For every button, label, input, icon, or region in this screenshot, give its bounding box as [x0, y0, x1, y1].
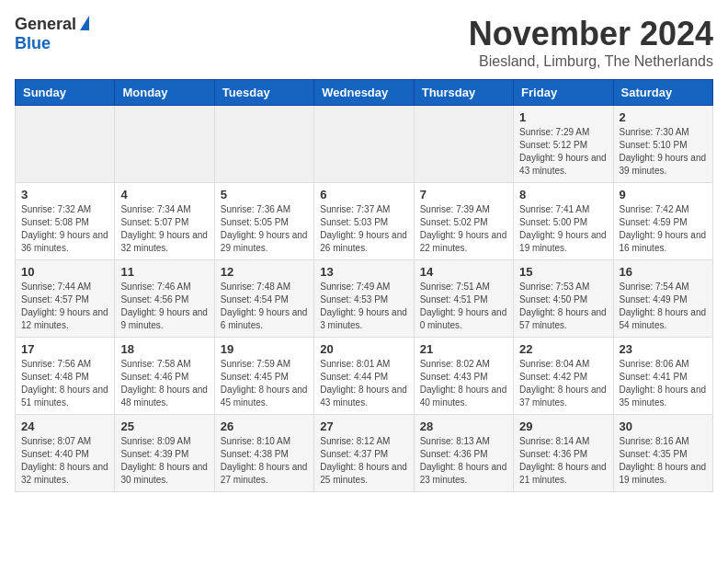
day-info: Sunrise: 7:34 AMSunset: 5:07 PMDaylight:… [120, 203, 208, 255]
day-number: 20 [320, 342, 407, 356]
day-number: 7 [420, 188, 507, 201]
day-number: 14 [420, 265, 507, 279]
calendar-cell: 7Sunrise: 7:39 AMSunset: 5:02 PMDaylight… [414, 183, 513, 260]
day-info: Sunrise: 8:07 AMSunset: 4:40 PMDaylight:… [21, 435, 108, 487]
calendar-cell: 16Sunrise: 7:54 AMSunset: 4:49 PMDayligh… [613, 260, 712, 338]
page-header: General Blue November 2024 Biesland, Lim… [15, 15, 713, 70]
day-info: Sunrise: 7:59 AMSunset: 4:45 PMDaylight:… [221, 358, 308, 409]
calendar-table: SundayMondayTuesdayWednesdayThursdayFrid… [15, 79, 713, 492]
title-section: November 2024 Biesland, Limburg, The Net… [469, 15, 713, 70]
calendar-cell: 10Sunrise: 7:44 AMSunset: 4:57 PMDayligh… [16, 260, 115, 338]
day-number: 10 [21, 265, 108, 279]
day-info: Sunrise: 7:54 AMSunset: 4:49 PMDaylight:… [620, 281, 707, 332]
day-info: Sunrise: 7:49 AMSunset: 4:53 PMDaylight:… [320, 281, 407, 332]
day-info: Sunrise: 7:58 AMSunset: 4:46 PMDaylight:… [120, 358, 208, 409]
day-number: 16 [620, 265, 707, 279]
day-info: Sunrise: 8:09 AMSunset: 4:39 PMDaylight:… [120, 435, 208, 487]
day-info: Sunrise: 7:42 AMSunset: 4:59 PMDaylight:… [620, 203, 707, 255]
day-info: Sunrise: 7:48 AMSunset: 4:54 PMDaylight:… [221, 281, 308, 332]
calendar-header-row: SundayMondayTuesdayWednesdayThursdayFrid… [16, 80, 713, 106]
calendar-cell: 27Sunrise: 8:12 AMSunset: 4:37 PMDayligh… [314, 415, 414, 492]
day-number: 19 [221, 342, 308, 356]
day-of-week-header: Wednesday [314, 80, 414, 106]
calendar-cell: 15Sunrise: 7:53 AMSunset: 4:50 PMDayligh… [514, 260, 613, 338]
day-info: Sunrise: 7:41 AMSunset: 5:00 PMDaylight:… [519, 203, 607, 255]
calendar-week-row: 10Sunrise: 7:44 AMSunset: 4:57 PMDayligh… [16, 260, 713, 338]
day-info: Sunrise: 8:13 AMSunset: 4:36 PMDaylight:… [420, 435, 507, 487]
day-number: 8 [519, 188, 607, 201]
calendar-cell: 19Sunrise: 7:59 AMSunset: 4:45 PMDayligh… [214, 338, 313, 415]
calendar-cell: 24Sunrise: 8:07 AMSunset: 4:40 PMDayligh… [16, 415, 115, 492]
calendar-cell: 12Sunrise: 7:48 AMSunset: 4:54 PMDayligh… [214, 260, 313, 338]
calendar-cell [314, 106, 414, 183]
calendar-cell [115, 106, 214, 183]
day-info: Sunrise: 7:39 AMSunset: 5:02 PMDaylight:… [420, 203, 507, 255]
logo-blue-text: Blue [15, 34, 51, 53]
day-number: 29 [519, 419, 607, 433]
calendar-week-row: 3Sunrise: 7:32 AMSunset: 5:08 PMDaylight… [16, 183, 713, 260]
day-info: Sunrise: 8:02 AMSunset: 4:43 PMDaylight:… [420, 358, 507, 409]
day-number: 5 [221, 188, 308, 201]
day-info: Sunrise: 8:10 AMSunset: 4:38 PMDaylight:… [221, 435, 308, 487]
day-number: 22 [519, 342, 607, 356]
day-info: Sunrise: 8:01 AMSunset: 4:44 PMDaylight:… [320, 358, 407, 409]
calendar-cell: 29Sunrise: 8:14 AMSunset: 4:36 PMDayligh… [514, 415, 613, 492]
day-number: 26 [221, 419, 308, 433]
day-info: Sunrise: 8:14 AMSunset: 4:36 PMDaylight:… [519, 435, 607, 487]
calendar-cell: 21Sunrise: 8:02 AMSunset: 4:43 PMDayligh… [414, 338, 513, 415]
calendar-cell: 9Sunrise: 7:42 AMSunset: 4:59 PMDaylight… [613, 183, 712, 260]
calendar-cell [414, 106, 513, 183]
day-number: 2 [620, 110, 707, 124]
day-number: 27 [320, 419, 407, 433]
calendar-cell: 4Sunrise: 7:34 AMSunset: 5:07 PMDaylight… [115, 183, 214, 260]
day-number: 3 [21, 188, 108, 201]
day-number: 18 [120, 342, 208, 356]
calendar-cell: 26Sunrise: 8:10 AMSunset: 4:38 PMDayligh… [214, 415, 313, 492]
calendar-cell [16, 106, 115, 183]
logo-general-text: General [15, 15, 76, 34]
day-number: 15 [519, 265, 607, 279]
calendar-week-row: 1Sunrise: 7:29 AMSunset: 5:12 PMDaylight… [16, 106, 713, 183]
calendar-cell: 30Sunrise: 8:16 AMSunset: 4:35 PMDayligh… [613, 415, 712, 492]
day-of-week-header: Sunday [16, 80, 115, 106]
calendar-cell: 18Sunrise: 7:58 AMSunset: 4:46 PMDayligh… [115, 338, 214, 415]
day-info: Sunrise: 7:29 AMSunset: 5:12 PMDaylight:… [519, 126, 607, 178]
calendar-cell: 14Sunrise: 7:51 AMSunset: 4:51 PMDayligh… [414, 260, 513, 338]
day-info: Sunrise: 8:06 AMSunset: 4:41 PMDaylight:… [620, 358, 707, 409]
logo-triangle-icon [80, 16, 89, 30]
day-info: Sunrise: 7:51 AMSunset: 4:51 PMDaylight:… [420, 281, 507, 332]
calendar-cell: 5Sunrise: 7:36 AMSunset: 5:05 PMDaylight… [214, 183, 313, 260]
day-number: 1 [519, 110, 607, 124]
logo: General Blue [15, 15, 89, 53]
day-number: 12 [221, 265, 308, 279]
calendar-cell: 2Sunrise: 7:30 AMSunset: 5:10 PMDaylight… [613, 106, 712, 183]
calendar-cell: 22Sunrise: 8:04 AMSunset: 4:42 PMDayligh… [514, 338, 613, 415]
calendar-week-row: 24Sunrise: 8:07 AMSunset: 4:40 PMDayligh… [16, 415, 713, 492]
day-number: 4 [120, 188, 208, 201]
day-number: 25 [120, 419, 208, 433]
calendar-cell: 8Sunrise: 7:41 AMSunset: 5:00 PMDaylight… [514, 183, 613, 260]
day-number: 24 [21, 419, 108, 433]
day-of-week-header: Tuesday [214, 80, 313, 106]
calendar-cell: 1Sunrise: 7:29 AMSunset: 5:12 PMDaylight… [514, 106, 613, 183]
day-info: Sunrise: 7:32 AMSunset: 5:08 PMDaylight:… [21, 203, 108, 255]
day-number: 11 [120, 265, 208, 279]
day-number: 9 [620, 188, 707, 201]
day-info: Sunrise: 8:04 AMSunset: 4:42 PMDaylight:… [519, 358, 607, 409]
day-number: 6 [320, 188, 407, 201]
calendar-cell: 11Sunrise: 7:46 AMSunset: 4:56 PMDayligh… [115, 260, 214, 338]
day-of-week-header: Friday [514, 80, 613, 106]
day-info: Sunrise: 7:44 AMSunset: 4:57 PMDaylight:… [21, 281, 108, 332]
day-number: 21 [420, 342, 507, 356]
day-number: 17 [21, 342, 108, 356]
calendar-cell: 20Sunrise: 8:01 AMSunset: 4:44 PMDayligh… [314, 338, 414, 415]
calendar-cell: 23Sunrise: 8:06 AMSunset: 4:41 PMDayligh… [613, 338, 712, 415]
day-number: 13 [320, 265, 407, 279]
calendar-cell: 25Sunrise: 8:09 AMSunset: 4:39 PMDayligh… [115, 415, 214, 492]
day-of-week-header: Monday [115, 80, 214, 106]
calendar-cell: 6Sunrise: 7:37 AMSunset: 5:03 PMDaylight… [314, 183, 414, 260]
day-info: Sunrise: 7:53 AMSunset: 4:50 PMDaylight:… [519, 281, 607, 332]
day-info: Sunrise: 7:30 AMSunset: 5:10 PMDaylight:… [620, 126, 707, 178]
location-subtitle: Biesland, Limburg, The Netherlands [469, 53, 713, 70]
calendar-cell [214, 106, 313, 183]
